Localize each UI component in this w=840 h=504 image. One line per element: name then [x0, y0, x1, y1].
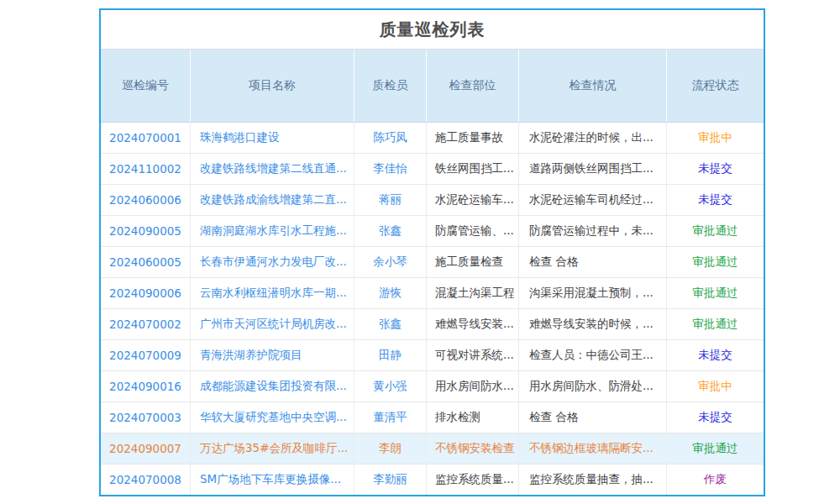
inspection-situation-text: 监控系统质量抽查，抽... [519, 465, 667, 495]
inspector-name-link[interactable]: 李朗 [354, 433, 427, 464]
inspection-id-link[interactable]: 2024090016 [101, 371, 191, 402]
project-name-link[interactable]: 成都能源建设集团投资有限... [191, 371, 354, 402]
workflow-status-badge: 未提交 [667, 185, 764, 215]
inspection-part-text: 监控系统质量... [427, 465, 519, 495]
table-header-row: 巡检编号 项目名称 质检员 检查部位 检查情况 流程状态 [101, 50, 764, 123]
table-row[interactable]: 2024070001 珠海鹤港口建设 陈巧凤 施工质量事故 水泥砼灌注的时候，出… [101, 123, 764, 154]
column-header-inspector: 质检员 [354, 50, 427, 122]
inspector-name-link[interactable]: 黄小强 [354, 371, 427, 402]
inspection-id-link[interactable]: 2024090006 [101, 278, 191, 308]
inspection-part-text: 施工质量检查 [427, 247, 519, 277]
table-row[interactable]: 2024060006 改建铁路成渝线增建第二直... 蒋丽 水泥砼运输车... … [101, 185, 764, 216]
column-header-inspection-situation: 检查情况 [519, 50, 667, 122]
inspection-id-link[interactable]: 2024070008 [101, 465, 191, 495]
inspection-situation-text: 难燃导线安装的时候，... [519, 309, 667, 339]
inspector-name-link[interactable]: 李佳怡 [354, 154, 427, 184]
inspection-id-link[interactable]: 2024060006 [101, 185, 191, 215]
project-name-link[interactable]: 广州市天河区统计局机房改... [191, 309, 354, 339]
column-header-inspection-part: 检查部位 [427, 50, 519, 122]
workflow-status-badge: 审批通过 [667, 216, 764, 246]
inspector-name-link[interactable]: 余小琴 [354, 247, 427, 277]
column-header-project-name: 项目名称 [191, 50, 354, 122]
inspector-name-link[interactable]: 李勤丽 [354, 465, 427, 495]
inspection-id-link[interactable]: 2024090007 [101, 433, 191, 464]
inspection-id-link[interactable]: 2024060005 [101, 247, 191, 277]
inspection-part-text: 铁丝网围挡工... [427, 154, 519, 184]
inspection-situation-text: 检查 合格 [519, 247, 667, 277]
project-name-link[interactable]: SM广场地下车库更换摄像... [191, 465, 354, 495]
table-row[interactable]: 2024060005 长春市伊通河水力发电厂改... 余小琴 施工质量检查 检查… [101, 247, 764, 278]
inspection-part-text: 排水检测 [427, 402, 519, 433]
page-title: 质量巡检列表 [380, 18, 486, 41]
table-row[interactable]: 2024090005 湖南洞庭湖水库引水工程施... 张鑫 防腐管运输、... … [101, 216, 764, 247]
inspection-situation-text: 水泥砼灌注的时候，出... [519, 123, 667, 153]
table-row[interactable]: 2024070002 广州市天河区统计局机房改... 张鑫 难燃导线安装... … [101, 309, 764, 340]
inspection-id-link[interactable]: 2024070003 [101, 402, 191, 433]
inspector-name-link[interactable]: 董清平 [354, 402, 427, 433]
workflow-status-badge: 审批中 [667, 123, 764, 153]
table-row[interactable]: 2024110002 改建铁路线增建第二线直通... 李佳怡 铁丝网围挡工...… [101, 154, 764, 185]
project-name-link[interactable]: 改建铁路线增建第二线直通... [191, 154, 354, 184]
table-row[interactable]: 2024070009 青海洪湖养护院项目 田静 可视对讲系统... 检查人员：中… [101, 340, 764, 371]
column-header-workflow-status: 流程状态 [667, 50, 764, 122]
inspector-name-link[interactable]: 陈巧凤 [354, 123, 427, 153]
inspection-id-link[interactable]: 2024070002 [101, 309, 191, 339]
inspection-id-link[interactable]: 2024070009 [101, 340, 191, 370]
inspection-part-text: 用水房间防水... [427, 371, 519, 402]
inspection-situation-text: 沟渠采用混凝土预制，... [519, 278, 667, 308]
workflow-status-badge: 未提交 [667, 340, 764, 370]
inspector-name-link[interactable]: 蒋丽 [354, 185, 427, 215]
inspector-name-link[interactable]: 游恢 [354, 278, 427, 308]
workflow-status-badge: 审批通过 [667, 309, 764, 339]
inspector-name-link[interactable]: 张鑫 [354, 216, 427, 246]
table-row[interactable]: 2024070008 SM广场地下车库更换摄像... 李勤丽 监控系统质量...… [101, 465, 764, 495]
project-name-link[interactable]: 珠海鹤港口建设 [191, 123, 354, 153]
inspection-part-text: 不锈钢安装检查 [427, 433, 519, 464]
inspection-situation-text: 用水房间防水、防滑处... [519, 371, 667, 402]
inspection-situation-text: 水泥砼运输车司机经过... [519, 185, 667, 215]
quality-inspection-panel: 质量巡检列表 巡检编号 项目名称 质检员 检查部位 检查情况 流程状态 2024… [99, 8, 765, 496]
project-name-link[interactable]: 万达广场35#会所及咖啡厅... [191, 433, 354, 464]
workflow-status-badge: 审批中 [667, 371, 764, 402]
table-row[interactable]: 2024090006 云南水利枢纽潜明水库一期... 游恢 混凝土沟渠工程 沟渠… [101, 278, 764, 309]
project-name-link[interactable]: 青海洪湖养护院项目 [191, 340, 354, 370]
project-name-link[interactable]: 湖南洞庭湖水库引水工程施... [191, 216, 354, 246]
project-name-link[interactable]: 云南水利枢纽潜明水库一期... [191, 278, 354, 308]
inspection-id-link[interactable]: 2024110002 [101, 154, 191, 184]
project-name-link[interactable]: 长春市伊通河水力发电厂改... [191, 247, 354, 277]
table-row[interactable]: 2024090016 成都能源建设集团投资有限... 黄小强 用水房间防水...… [101, 371, 764, 402]
inspection-part-text: 防腐管运输、... [427, 216, 519, 246]
inspection-situation-text: 检查 合格 [519, 402, 667, 433]
inspection-id-link[interactable]: 2024090005 [101, 216, 191, 246]
workflow-status-badge: 未提交 [667, 402, 764, 433]
table-row[interactable]: 2024090007 万达广场35#会所及咖啡厅... 李朗 不锈钢安装检查 不… [101, 433, 764, 465]
column-header-inspection-id: 巡检编号 [101, 50, 191, 122]
inspection-situation-text: 检查人员：中德公司王... [519, 340, 667, 370]
workflow-status-badge: 作废 [667, 465, 764, 495]
inspection-part-text: 水泥砼运输车... [427, 185, 519, 215]
inspector-name-link[interactable]: 张鑫 [354, 309, 427, 339]
inspection-part-text: 混凝土沟渠工程 [427, 278, 519, 308]
panel-title-bar: 质量巡检列表 [101, 10, 764, 50]
inspector-name-link[interactable]: 田静 [354, 340, 427, 370]
workflow-status-badge: 未提交 [667, 154, 764, 184]
workflow-status-badge: 审批通过 [667, 278, 764, 308]
project-name-link[interactable]: 改建铁路成渝线增建第二直... [191, 185, 354, 215]
inspection-situation-text: 不锈钢边框玻璃隔断安... [519, 433, 667, 464]
table-row[interactable]: 2024070003 华软大厦研究基地中央空调... 董清平 排水检测 检查 合… [101, 402, 764, 433]
project-name-link[interactable]: 华软大厦研究基地中央空调... [191, 402, 354, 433]
inspection-part-text: 可视对讲系统... [427, 340, 519, 370]
inspection-situation-text: 防腐管运输过程中，未... [519, 216, 667, 246]
table-body: 2024070001 珠海鹤港口建设 陈巧凤 施工质量事故 水泥砼灌注的时候，出… [101, 123, 764, 495]
workflow-status-badge: 审批通过 [667, 433, 764, 464]
inspection-id-link[interactable]: 2024070001 [101, 123, 191, 153]
inspection-situation-text: 道路两侧铁丝网围挡工... [519, 154, 667, 184]
inspection-part-text: 难燃导线安装... [427, 309, 519, 339]
inspection-part-text: 施工质量事故 [427, 123, 519, 153]
workflow-status-badge: 审批通过 [667, 247, 764, 277]
